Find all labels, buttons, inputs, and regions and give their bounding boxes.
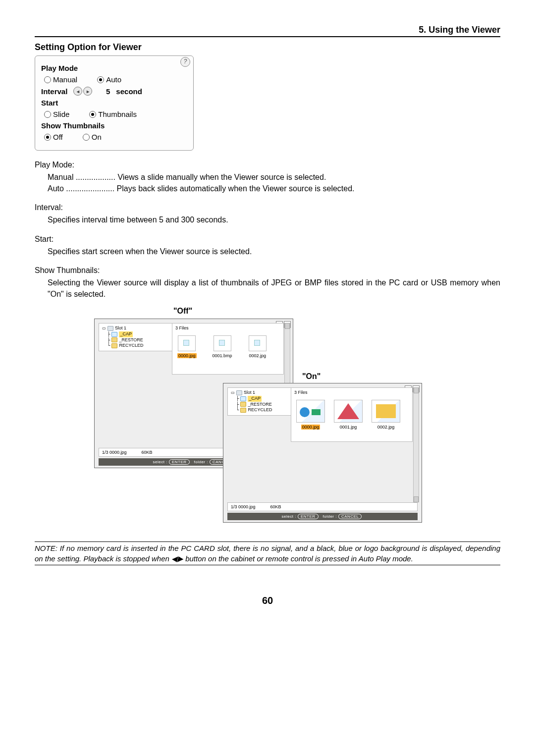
status-left: 1/3 0000.jpg — [231, 504, 256, 509]
thumb-item[interactable]: 0001.jpg — [334, 400, 363, 430]
file-count: 3 Files — [294, 390, 308, 395]
folder-tree[interactable]: ▭Slot 1 ├_CAP ├_RESTORE └RECYCLED — [227, 387, 293, 416]
tree-restore: _RESTORE — [119, 337, 143, 343]
def-interval-text: Specifies interval time between 5 and 30… — [48, 214, 500, 225]
tree-slot: Slot 1 — [244, 390, 255, 396]
play-mode-manual-radio[interactable]: Manual — [44, 75, 77, 84]
tree-cap: _CAP — [119, 331, 133, 337]
help-icon[interactable]: ? — [180, 57, 190, 67]
show-thumbnails-label: Show Thumbnails — [41, 121, 187, 130]
def-start-title: Start: — [35, 235, 500, 244]
thumb-item[interactable]: 0002.jpg — [248, 335, 268, 358]
thumb-item[interactable]: 0000.jpg — [296, 400, 325, 430]
def-interval-title: Interval: — [35, 203, 500, 212]
svg-rect-3 — [376, 404, 396, 418]
play-mode-auto-radio[interactable]: Auto — [97, 75, 121, 84]
thumbnail-area[interactable]: 3 Files 0000.jpg 0001.bmp 0002.jpg — [172, 323, 284, 375]
interval-unit: second — [116, 87, 142, 96]
svg-marker-2 — [337, 403, 359, 419]
tree-recycled: RECYCLED — [248, 407, 272, 413]
radio-label: Thumbnails — [98, 110, 137, 118]
tree-slot: Slot 1 — [115, 325, 126, 331]
thumbnail-area[interactable]: 3 Files 0000.jpg 0001.jpg 0002.jpg — [291, 387, 413, 442]
radio-label: Slide — [53, 110, 69, 118]
start-thumbnails-radio[interactable]: Thumbnails — [89, 110, 137, 118]
thumbnail-illustration: "Off" "On" ?▵ ▭Slot 1 ├_CAP ├_RESTORE └R… — [35, 309, 500, 527]
def-play-mode-manual: Manual .................. Views a slide … — [48, 171, 500, 183]
start-slide-radio[interactable]: Slide — [44, 110, 69, 118]
caption-on: "On" — [302, 372, 321, 381]
def-play-mode-title: Play Mode: — [35, 161, 500, 169]
status-left: 1/3 0000.jpg — [102, 450, 127, 455]
def-thumb-title: Show Thumbnails: — [35, 266, 500, 275]
stepper-up-icon[interactable]: ▸ — [83, 87, 92, 96]
thumb-name: 0000.jpg — [177, 353, 197, 358]
viewer-options-dialog: ? Play Mode Manual Auto Interval ◂ ▸ 5 s… — [35, 55, 194, 151]
thumb-name: 0000.jpg — [301, 425, 321, 430]
caption-off: "Off" — [173, 307, 192, 316]
show-thumb-off-radio[interactable]: Off — [44, 133, 63, 141]
def-thumb-text: Selecting the Viewer source will display… — [48, 277, 500, 300]
start-label: Start — [41, 99, 187, 107]
page-number: 60 — [35, 595, 500, 606]
def-play-mode-auto: Auto ...................... Plays back s… — [48, 183, 500, 194]
folder-tree[interactable]: ▭Slot 1 ├_CAP ├_RESTORE └RECYCLED — [99, 323, 174, 351]
svg-point-0 — [300, 407, 310, 417]
file-count: 3 Files — [175, 325, 189, 330]
thumb-name: 0001.bmp — [212, 353, 233, 358]
tree-restore: _RESTORE — [248, 402, 271, 408]
interval-stepper[interactable]: ◂ ▸ — [73, 87, 92, 96]
radio-label: On — [92, 133, 102, 141]
interval-value: 5 — [98, 87, 110, 96]
interval-label: Interval — [41, 87, 67, 96]
thumb-name: 0002.jpg — [376, 425, 396, 430]
show-thumb-on-radio[interactable]: On — [83, 133, 102, 141]
tree-recycled: RECYCLED — [119, 343, 143, 349]
radio-label: Manual — [53, 75, 77, 84]
thumb-item[interactable]: 0000.jpg — [177, 335, 197, 358]
stepper-down-icon[interactable]: ◂ — [73, 87, 82, 96]
thumb-item[interactable]: 0002.jpg — [372, 400, 400, 430]
def-start-text: Specifies start screen when the Viewer s… — [48, 246, 500, 257]
thumb-name: 0002.jpg — [248, 353, 268, 358]
note-text: NOTE: If no memory card is inserted in t… — [35, 541, 500, 565]
thumb-name: 0001.jpg — [339, 425, 358, 430]
tree-cap: _CAP — [248, 396, 262, 402]
radio-label: Auto — [106, 75, 121, 84]
thumb-item[interactable]: 0001.bmp — [212, 335, 233, 358]
viewer-on: ?▵ ▭Slot 1 ├_CAP ├_RESTORE └RECYCLED 3 F… — [223, 383, 422, 523]
scrollbar[interactable] — [413, 387, 419, 502]
statusbar: 1/3 0000.jpg 60KB — [227, 502, 418, 511]
radio-label: Off — [53, 133, 63, 141]
section-title: Setting Option for Viewer — [35, 42, 500, 53]
status-right: 60KB — [142, 450, 153, 455]
status-right: 60KB — [270, 504, 281, 509]
svg-rect-1 — [312, 409, 321, 415]
play-mode-label: Play Mode — [41, 64, 187, 72]
footer-hint: select :ENTER folder :CANCEL — [227, 513, 418, 520]
chapter-heading: 5. Using the Viewer — [35, 25, 500, 37]
